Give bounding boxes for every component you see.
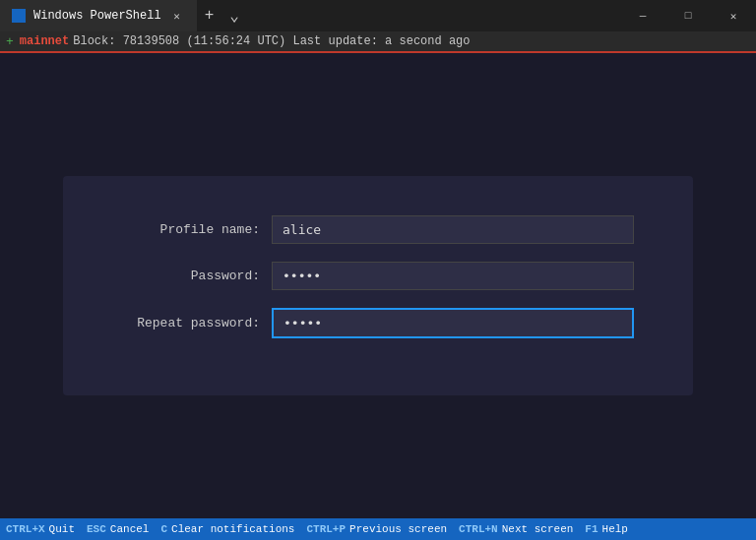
- close-button[interactable]: ✕: [711, 0, 756, 31]
- bottom-key-ctrl-n: CTRL+N: [459, 523, 498, 535]
- tab-title: Windows PowerShell: [33, 9, 161, 23]
- form-panel: Profile name: Password: Repeat password:: [63, 176, 693, 395]
- password-input[interactable]: [272, 262, 634, 290]
- status-plus-icon: +: [6, 34, 14, 49]
- password-row: Password:: [122, 262, 634, 290]
- profile-row: Profile name:: [122, 215, 634, 244]
- bottom-key-esc: ESC: [87, 523, 106, 535]
- title-bar-left: Windows PowerShell ✕ + ⌄: [0, 0, 620, 31]
- repeat-password-label: Repeat password:: [122, 316, 260, 330]
- main-area: Profile name: Password: Repeat password:: [0, 53, 756, 518]
- new-tab-button[interactable]: +: [197, 0, 222, 31]
- password-label: Password:: [122, 269, 260, 283]
- bottom-label-2: Clear notifications: [171, 523, 294, 535]
- top-status-bar: + mainnet Block: 78139508 (11:56:24 UTC)…: [0, 31, 756, 53]
- repeat-password-row: Repeat password:: [122, 308, 634, 338]
- powershell-icon: [12, 9, 26, 23]
- bottom-label-3: Previous screen: [349, 523, 447, 535]
- bottom-label-5: Help: [602, 523, 628, 535]
- title-bar: Windows PowerShell ✕ + ⌄ — □ ✕: [0, 0, 756, 31]
- bottom-key-c: C: [160, 523, 167, 535]
- bottom-status-bar: CTRL+XQuit ESCCancel CClear notification…: [0, 518, 756, 540]
- profile-label: Profile name:: [122, 222, 260, 237]
- network-label: mainnet: [20, 34, 69, 48]
- bottom-key-f1: F1: [585, 523, 598, 535]
- bottom-key-ctrl-p: CTRL+P: [306, 523, 346, 535]
- bottom-label-1: Cancel: [110, 523, 150, 535]
- bottom-label-4: Next screen: [502, 523, 574, 535]
- profile-input[interactable]: [272, 215, 634, 244]
- repeat-password-input[interactable]: [272, 308, 634, 338]
- active-tab[interactable]: Windows PowerShell ✕: [0, 0, 197, 31]
- minimize-button[interactable]: —: [620, 0, 665, 31]
- maximize-button[interactable]: □: [665, 0, 711, 31]
- bottom-label-0: Quit: [49, 523, 75, 535]
- tab-close-button[interactable]: ✕: [169, 8, 185, 24]
- window-controls: — □ ✕: [620, 0, 756, 31]
- bottom-key-ctrl-x: CTRL+X: [6, 523, 45, 535]
- block-info: Block: 78139508 (11:56:24 UTC) Last upda…: [73, 34, 470, 48]
- tab-dropdown-button[interactable]: ⌄: [221, 0, 247, 31]
